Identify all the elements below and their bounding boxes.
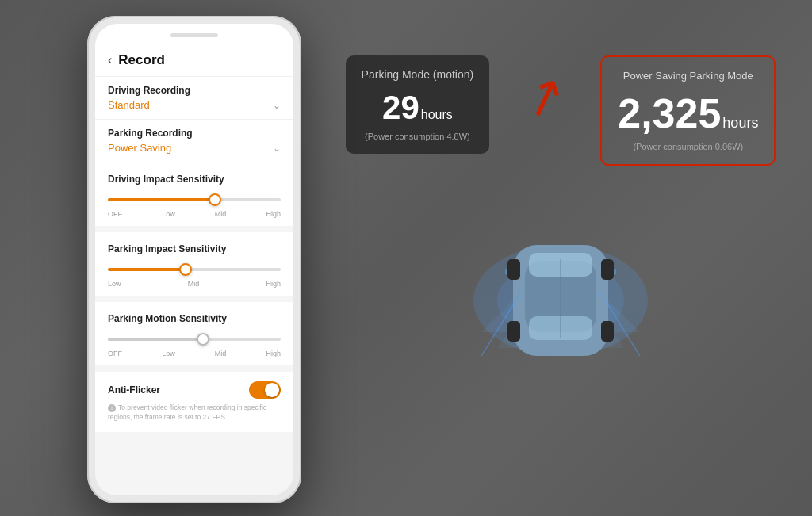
driving-impact-thumb[interactable]: [209, 193, 221, 206]
parking-recording-value: Power Saving: [108, 142, 171, 154]
label-off: OFF: [108, 350, 122, 357]
driving-impact-label: Driving Impact Sensitivity: [108, 174, 281, 185]
svg-rect-12: [508, 321, 520, 342]
parking-mode-box: Parking Mode (motion) 29 hours (Power co…: [346, 55, 490, 154]
parking-recording-row[interactable]: Power Saving ⌄: [108, 142, 281, 154]
label-low: Low: [162, 210, 175, 218]
anti-flicker-label: Anti-Flicker: [108, 384, 160, 396]
settings-content: Driving Recording Standard ⌄ Parking Rec…: [95, 77, 293, 495]
label-low: Low: [162, 350, 175, 357]
driving-impact-fill: [108, 198, 215, 201]
power-saving-hours-row: 2,325 hours: [618, 90, 758, 137]
label-mid: Mid: [215, 210, 227, 218]
svg-rect-11: [601, 259, 614, 280]
svg-rect-13: [601, 321, 614, 342]
driving-impact-section: Driving Impact Sensitivity OFF Low Mid H…: [95, 162, 293, 226]
label-high: High: [266, 210, 281, 218]
parking-impact-thumb[interactable]: [179, 263, 192, 276]
parking-motion-thumb[interactable]: [197, 333, 209, 346]
parking-impact-label: Parking Impact Sensitivity: [108, 243, 281, 254]
parking-impact-section: Parking Impact Sensitivity Low Mid High: [95, 232, 293, 296]
viz-panel: Parking Mode (motion) 29 hours (Power co…: [325, 48, 796, 468]
parking-recording-label: Parking Recording: [108, 128, 281, 139]
comparison-row: Parking Mode (motion) 29 hours (Power co…: [325, 48, 796, 166]
driving-impact-slider[interactable]: [108, 193, 281, 207]
back-button[interactable]: ‹: [108, 53, 112, 67]
phone-notch: [95, 24, 293, 46]
comparison-arrow: ↗: [516, 66, 574, 128]
phone-screen: ‹ Record Driving Recording Standard ⌄ Pa…: [95, 24, 293, 495]
parking-motion-section: Parking Motion Sensitivity OFF Low Mid H…: [95, 302, 293, 365]
parking-motion-fill: [108, 338, 203, 341]
power-saving-unit: hours: [722, 115, 758, 132]
parking-impact-fill: [108, 268, 186, 271]
car-svg: [434, 189, 688, 364]
phone-device: ‹ Record Driving Recording Standard ⌄ Pa…: [87, 16, 301, 503]
driving-recording-row[interactable]: Standard ⌄: [108, 99, 281, 111]
label-off: OFF: [108, 210, 122, 218]
parking-mode-power: (Power consumption 4.8W): [362, 132, 474, 141]
parking-mode-title: Parking Mode (motion): [362, 68, 474, 81]
label-mid: Mid: [188, 280, 200, 288]
anti-flicker-section: Anti-Flicker iTo prevent video flicker w…: [95, 372, 293, 432]
notch-bar: [170, 33, 218, 37]
parking-recording-chevron: ⌄: [273, 143, 281, 154]
power-saving-box: Power Saving Parking Mode 2,325 hours (P…: [600, 55, 776, 166]
svg-rect-10: [508, 259, 520, 280]
power-saving-power: (Power consumption 0.06W): [618, 142, 758, 151]
parking-impact-labels: Low Mid High: [108, 280, 281, 288]
driving-recording-section: Driving Recording Standard ⌄: [95, 77, 293, 120]
parking-motion-track: [108, 338, 281, 341]
toggle-knob: [265, 383, 279, 397]
label-high: High: [266, 280, 281, 288]
info-icon: i: [108, 404, 116, 412]
driving-recording-value: Standard: [108, 99, 150, 111]
parking-impact-slider[interactable]: [108, 262, 281, 277]
label-low: Low: [108, 280, 121, 288]
anti-flicker-hint: iTo prevent video flicker when recording…: [108, 403, 281, 422]
parking-impact-track: [108, 268, 281, 271]
arrow-container: ↗: [513, 87, 576, 122]
driving-impact-track: [108, 198, 281, 201]
app-header: ‹ Record: [95, 46, 293, 77]
power-saving-hours: 2,325: [618, 90, 721, 137]
label-high: High: [266, 350, 281, 357]
parking-mode-hours-row: 29 hours: [362, 89, 474, 127]
driving-impact-labels: OFF Low Mid High: [108, 210, 281, 218]
parking-motion-labels: OFF Low Mid High: [108, 350, 281, 357]
anti-flicker-row: Anti-Flicker: [108, 381, 281, 399]
parking-mode-unit: hours: [421, 108, 453, 122]
parking-mode-hours: 29: [382, 89, 419, 127]
power-saving-title: Power Saving Parking Mode: [618, 70, 758, 82]
parking-motion-slider[interactable]: [108, 332, 281, 346]
driving-recording-label: Driving Recording: [108, 85, 281, 96]
anti-flicker-toggle[interactable]: [249, 381, 281, 399]
driving-recording-chevron: ⌄: [273, 100, 281, 111]
parking-motion-label: Parking Motion Sensitivity: [108, 313, 281, 324]
page-title: Record: [118, 52, 165, 68]
parking-recording-section: Parking Recording Power Saving ⌄: [95, 120, 293, 162]
car-visualization: [434, 189, 688, 364]
label-mid: Mid: [215, 350, 227, 357]
